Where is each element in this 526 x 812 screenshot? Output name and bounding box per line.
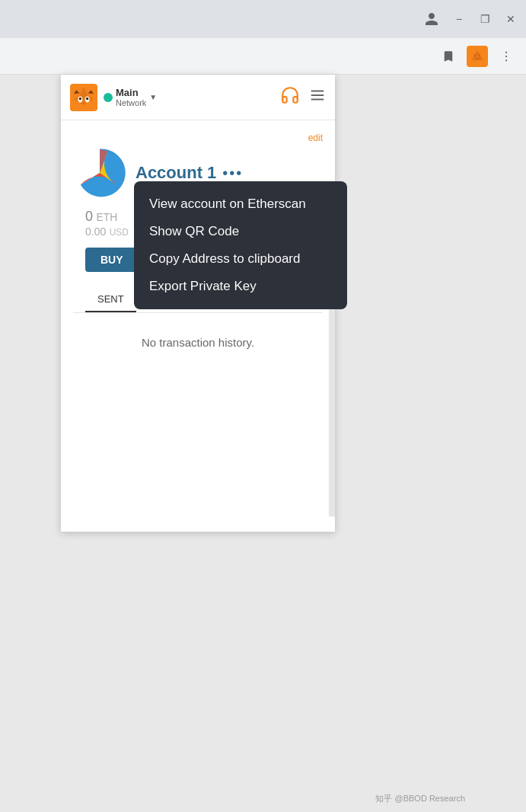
metamask-logo	[70, 84, 97, 111]
svg-point-4	[505, 55, 507, 56]
dropdown-item-qr[interactable]: Show QR Code	[149, 218, 332, 245]
account-dropdown-menu: View account on Etherscan Show QR Code C…	[134, 181, 347, 309]
account-info: Account 1 •••	[135, 163, 323, 183]
tab-sent[interactable]: SENT	[85, 287, 136, 312]
dropdown-item-export-key[interactable]: Export Private Key	[149, 273, 332, 300]
account-name: Account 1	[135, 163, 216, 183]
buy-button[interactable]: BUY	[85, 248, 139, 272]
network-status-dot	[104, 93, 113, 102]
account-avatar	[73, 146, 126, 200]
toolbar	[0, 38, 526, 75]
balance-usd-unit: USD	[110, 227, 129, 238]
svg-point-3	[505, 51, 507, 53]
dropdown-item-etherscan[interactable]: View account on Etherscan	[149, 190, 332, 218]
edit-link[interactable]: edit	[73, 133, 323, 143]
network-text: Main Network	[116, 87, 146, 108]
bookmark-icon[interactable]	[438, 46, 459, 67]
account-icon[interactable]	[424, 11, 439, 27]
account-options-button[interactable]: •••	[222, 165, 243, 182]
balance-eth-amount: 0	[85, 209, 93, 224]
dropdown-item-copy-address[interactable]: Copy Address to clipboard	[149, 245, 332, 273]
svg-point-5	[505, 59, 507, 61]
balance-usd-amount: 0.00	[85, 225, 106, 238]
network-name: Main	[116, 87, 146, 99]
account-section: edit Account 1	[61, 120, 335, 384]
hamburger-menu-icon[interactable]	[309, 87, 326, 107]
minimize-button[interactable]: −	[453, 13, 465, 25]
network-selector[interactable]: Main Network ▼	[104, 87, 157, 108]
title-bar: − ❐ ✕	[0, 0, 526, 38]
support-icon[interactable]	[280, 85, 300, 110]
network-chevron-icon: ▼	[149, 93, 157, 101]
network-sub: Network	[116, 98, 146, 107]
window-controls: − ❐ ✕	[424, 11, 517, 27]
mm-header-right	[280, 85, 326, 110]
metamask-extension-icon[interactable]	[467, 46, 488, 67]
chrome-menu-icon[interactable]	[496, 46, 517, 67]
tx-history: No transaction history.	[73, 313, 323, 372]
restore-button[interactable]: ❐	[479, 13, 491, 25]
svg-point-14	[79, 98, 81, 100]
browser-frame: − ❐ ✕	[0, 0, 526, 812]
close-button[interactable]: ✕	[505, 13, 517, 25]
browser-content: Main Network ▼	[0, 75, 526, 812]
balance-eth-unit: ETH	[96, 211, 117, 223]
mm-header: Main Network ▼	[61, 75, 335, 120]
watermark: 知乎 @BBOD Research	[375, 793, 465, 804]
metamask-popup: Main Network ▼	[61, 75, 335, 532]
svg-point-15	[86, 98, 88, 100]
